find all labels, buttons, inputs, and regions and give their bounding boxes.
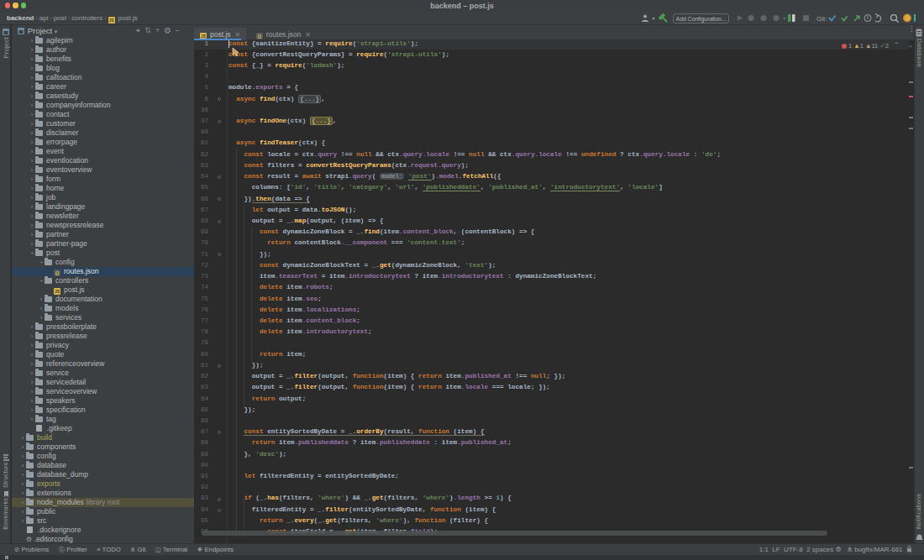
svg-text:Git:: Git: bbox=[816, 15, 827, 23]
